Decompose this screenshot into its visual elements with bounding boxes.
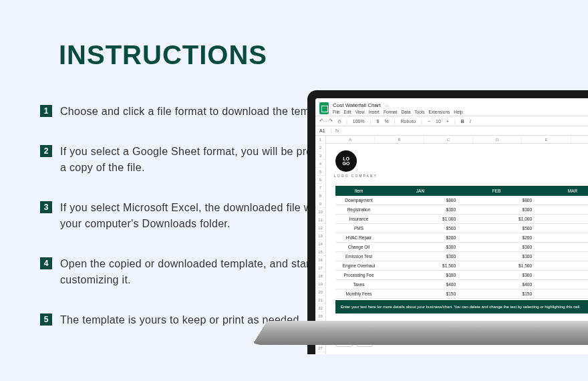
doc-title: Cost Waterfall Chart <box>333 102 381 108</box>
step-number: 4 <box>40 257 52 269</box>
menu-item: View <box>355 110 365 114</box>
laptop-screen: Cost Waterfall Chart ☆ File Edit View In… <box>315 98 588 354</box>
note-bar: Enter your text here for more details ab… <box>335 300 588 313</box>
step-number: 1 <box>40 105 52 117</box>
step-number: 3 <box>40 201 52 213</box>
laptop-mockup: Cost Waterfall Chart ☆ File Edit View In… <box>294 40 588 381</box>
laptop-base <box>253 321 588 345</box>
undo-icon: ↶ <box>319 118 323 124</box>
formula-bar: A1 fx <box>315 126 588 136</box>
sheets-header: Cost Waterfall Chart ☆ File Edit View In… <box>315 98 588 116</box>
column-headers: ABCDEF <box>326 136 588 144</box>
data-table: ItemJANFEBMARDownpayment$800$800$800Regi… <box>335 186 588 299</box>
fx-icon: fx <box>331 128 339 133</box>
menu-item: Insert <box>369 110 380 114</box>
laptop-screen-frame: Cost Waterfall Chart ☆ File Edit View In… <box>307 90 588 354</box>
step-number: 5 <box>40 313 52 326</box>
font-size: 10 <box>436 119 441 124</box>
menu-item: Tools <box>414 110 424 114</box>
cell-reference: A1 <box>315 128 331 133</box>
menu-item: Data <box>402 110 411 114</box>
toolbar: ↶ ↷ ⎙ | 100% | $% | Roboto | − 10 + | B … <box>315 116 588 126</box>
print-icon: ⎙ <box>338 119 341 124</box>
menu-item: Edit <box>343 110 351 114</box>
logo-icon: LOGO <box>335 150 357 172</box>
menu-item: Format <box>384 110 398 114</box>
step-number: 2 <box>40 145 52 157</box>
logo-subtitle: LOGO COMPANY <box>334 174 588 178</box>
bold-icon: B <box>461 119 464 124</box>
zoom-level: 100% <box>353 119 365 124</box>
menu-item: File <box>333 110 339 114</box>
google-sheets-icon <box>319 102 329 114</box>
font-name: Roboto <box>401 119 416 124</box>
redo-icon: ↷ <box>329 118 333 124</box>
menu-item: Help <box>454 110 462 114</box>
menu-item: Extensions <box>428 110 450 114</box>
star-icon: ☆ <box>385 103 389 108</box>
menu-bar: File Edit View Insert Format Data Tools … <box>333 110 463 114</box>
italic-icon: I <box>470 119 471 124</box>
